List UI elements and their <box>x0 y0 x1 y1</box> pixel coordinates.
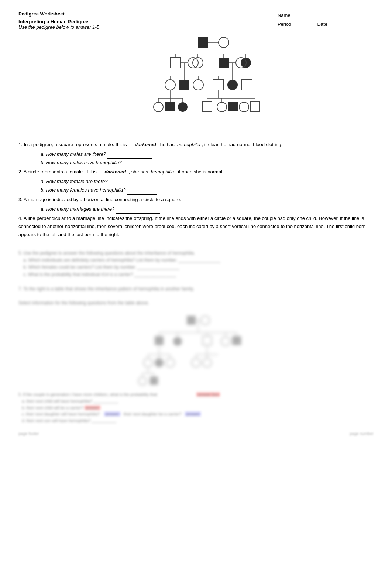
q2-text1: 2. A circle represents a female. If it i… <box>18 169 104 175</box>
page-footer: page footer page number <box>18 431 374 436</box>
svg-point-54 <box>201 316 210 325</box>
q2a-text: a. How many female are there? <box>41 179 107 184</box>
section-title: Interpreting a Human Pedigree <box>18 19 99 24</box>
svg-rect-32 <box>242 80 252 90</box>
svg-point-81 <box>203 358 212 367</box>
question-1: 1. In a pedigree, a square represents a … <box>18 141 374 149</box>
q3-text: 3. A marriage is indicated by a horizont… <box>18 197 181 202</box>
q2a: a. How many female are there? <box>41 177 374 186</box>
q1-italic2: hemophilia <box>177 142 200 147</box>
q2b-text: b. How many females have hemophilia? <box>41 187 126 193</box>
svg-point-40 <box>178 102 188 112</box>
q1a: a. How many males are there? <box>41 150 374 159</box>
q3a-answer[interactable] <box>116 205 160 214</box>
q1a-answer[interactable] <box>107 150 152 159</box>
svg-rect-52 <box>250 102 260 111</box>
svg-point-79 <box>192 358 200 367</box>
svg-point-1 <box>219 37 229 48</box>
svg-rect-53 <box>187 316 196 325</box>
blurred-pedigree-2 <box>18 312 374 386</box>
q2-italic1: darkened <box>104 169 126 175</box>
svg-point-30 <box>227 80 238 90</box>
svg-point-75 <box>166 358 175 367</box>
svg-rect-67 <box>232 336 241 345</box>
question-2: 2. A circle represents a female. If it i… <box>18 168 374 176</box>
title-block: Pedigree Worksheet Interpreting a Human … <box>18 11 99 30</box>
svg-point-36 <box>154 102 163 112</box>
q2b-answer[interactable] <box>127 186 157 194</box>
svg-rect-44 <box>202 102 212 111</box>
period-field[interactable] <box>293 20 316 29</box>
svg-rect-38 <box>165 102 175 111</box>
q2b: b. How many females have hemophilia? <box>41 186 374 194</box>
svg-point-46 <box>217 102 227 112</box>
pedigree-svg <box>133 34 288 133</box>
q3a: a. How many marriages are there? <box>41 205 374 214</box>
section-subtitle: Use the pedigree below to answer 1-5 <box>18 24 99 30</box>
svg-rect-20 <box>179 80 189 90</box>
q1b-answer[interactable] <box>123 159 152 167</box>
svg-rect-63 <box>203 336 212 345</box>
pedigree-chart <box>48 34 374 133</box>
blurred-section-3: 5. If the couple in generation I have mo… <box>18 390 374 426</box>
q3a-text: a. How many marriages are there? <box>41 206 114 212</box>
blurred-section-2: 7. To the right is a table that shows th… <box>18 284 374 309</box>
blurred-section-1: 5. Use the pedigree to answer the follow… <box>18 248 374 280</box>
svg-rect-10 <box>219 58 229 68</box>
q1-text2: he has <box>156 142 177 147</box>
svg-rect-0 <box>198 37 208 48</box>
svg-point-50 <box>239 102 249 112</box>
q2-text2: , she has <box>126 169 151 175</box>
name-block: Name Period Date <box>278 11 374 29</box>
svg-point-65 <box>221 337 230 346</box>
q1b: b. How many males have hemophilia? <box>41 159 374 167</box>
period-label: Period <box>278 20 292 28</box>
question-4: 4. A line perpendicular to a marriage li… <box>18 214 374 239</box>
svg-point-71 <box>144 358 152 367</box>
svg-rect-6 <box>171 58 181 68</box>
name-field[interactable] <box>292 11 359 20</box>
question-3: 3. A marriage is indicated by a horizont… <box>18 196 374 204</box>
svg-rect-87 <box>150 377 158 385</box>
date-label: Date <box>317 20 327 28</box>
svg-point-61 <box>173 337 182 346</box>
svg-rect-28 <box>213 80 223 90</box>
q1-italic1: darkened <box>135 142 156 147</box>
q2a-answer[interactable] <box>109 177 153 186</box>
q2-text3: ; if open she is normal. <box>174 169 223 175</box>
page-title: Pedigree Worksheet <box>18 11 99 17</box>
svg-point-73 <box>155 358 164 367</box>
svg-point-85 <box>138 377 147 385</box>
svg-point-22 <box>193 80 203 90</box>
q1-text1: 1. In a pedigree, a square represents a … <box>18 142 135 147</box>
q1-text3: ; if clear, he had normal blood clotting… <box>200 142 283 147</box>
svg-rect-48 <box>228 102 238 111</box>
questions-section: 1. In a pedigree, a square represents a … <box>18 141 374 239</box>
q2-italic2: hemophilia <box>151 169 174 175</box>
q1b-text: b. How many males have hemophilia? <box>41 160 122 165</box>
svg-rect-59 <box>155 336 164 345</box>
date-field[interactable] <box>329 20 374 29</box>
name-label: Name <box>278 11 290 20</box>
q4-text: 4. A line perpendicular to a marriage li… <box>18 215 366 237</box>
svg-point-18 <box>165 80 175 90</box>
q1a-text: a. How many males are there? <box>41 151 106 157</box>
page-header: Pedigree Worksheet Interpreting a Human … <box>18 11 374 30</box>
